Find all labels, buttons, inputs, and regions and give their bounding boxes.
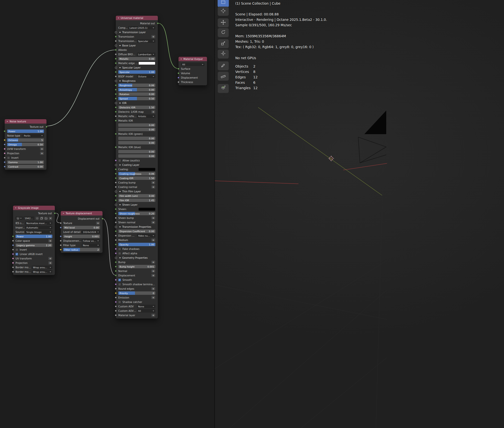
input-socket[interactable] <box>60 222 62 224</box>
checkbox[interactable] <box>118 252 121 255</box>
input-socket[interactable] <box>115 120 117 122</box>
input-socket[interactable] <box>4 139 6 141</box>
row-filter-type[interactable]: Filter typeNone <box>61 243 103 247</box>
color-swatch[interactable] <box>138 62 155 65</box>
dropdown[interactable]: All <box>137 309 156 313</box>
input-socket[interactable] <box>115 182 117 184</box>
row-dielectric-1-ior-map[interactable]: Dielectric 1/IOR map+ <box>116 110 158 114</box>
row-anisotropy[interactable]: Anisotropy0.00 <box>116 87 158 92</box>
value-slider[interactable]: Coating IOR1.50 <box>118 176 155 180</box>
checkbox[interactable]: ✓ <box>15 253 18 256</box>
add-node-button[interactable]: + <box>151 35 155 38</box>
input-socket[interactable] <box>115 235 117 237</box>
input-socket[interactable] <box>115 71 117 73</box>
row-smooth-shadow-terminator[interactable]: Smooth shadow terminator <box>116 282 158 286</box>
layer-enable-socket[interactable] <box>115 80 117 82</box>
value-slider[interactable]: Power1.00 <box>7 129 44 133</box>
row-round-edges[interactable]: Round edges+ <box>116 286 158 291</box>
image-type-selector[interactable] <box>15 216 23 220</box>
input-socket[interactable] <box>60 249 62 251</box>
input-socket[interactable] <box>115 274 117 276</box>
row-legacy-gamma[interactable]: Legacy gamma2.20 <box>13 243 55 247</box>
row-contrast[interactable]: Contrast0.00 <box>5 164 46 169</box>
unlink-image-button[interactable] <box>48 216 52 220</box>
fake-user-button[interactable] <box>35 216 39 220</box>
value-slider[interactable]: Specular1.00 <box>118 70 155 74</box>
row-bump-height[interactable]: Bump height0.001 <box>116 264 158 269</box>
input-socket[interactable] <box>115 310 117 312</box>
input-socket[interactable] <box>115 217 117 219</box>
vector-component-field[interactable]: 0.00 <box>118 150 155 153</box>
row-displacement[interactable]: Displacement+ <box>116 273 158 278</box>
node-header[interactable]: Noise texture <box>5 119 46 124</box>
input-socket[interactable] <box>115 115 117 117</box>
input-socket[interactable] <box>4 161 6 163</box>
value-slider[interactable]: Roughness0.06 <box>118 84 155 87</box>
checkbox[interactable] <box>118 248 121 250</box>
input-socket[interactable] <box>115 230 117 232</box>
shader-node-editor[interactable]: Universal materialMaterial outComp...Lat… <box>0 0 214 428</box>
collapse-node-icon[interactable] <box>118 18 119 19</box>
input-socket[interactable] <box>12 253 14 255</box>
value-slider[interactable]: Filter radius2 <box>63 248 100 251</box>
value-slider[interactable]: Rotation0.00 <box>118 92 155 96</box>
input-socket[interactable] <box>178 77 179 79</box>
row-linear-srgb-invert[interactable]: ✓Linear sRGB invert <box>13 252 55 256</box>
value-slider[interactable]: Power1.00 <box>15 235 52 238</box>
row-fake-shadows[interactable]: Fake shadows <box>116 247 158 251</box>
layer-enable-socket[interactable] <box>115 190 117 193</box>
output-socket[interactable] <box>157 22 159 24</box>
input-socket[interactable] <box>12 262 14 264</box>
row-mid-level[interactable]: Mid level0.00 <box>61 225 103 230</box>
input-socket[interactable] <box>178 68 179 70</box>
checkbox[interactable] <box>118 283 121 286</box>
input-socket[interactable] <box>4 130 6 132</box>
add-node-button[interactable]: + <box>151 314 155 317</box>
input-socket[interactable] <box>12 240 14 242</box>
input-socket[interactable] <box>4 157 6 159</box>
input-socket[interactable] <box>60 227 62 228</box>
layer-enable-socket[interactable] <box>115 102 117 104</box>
row-power[interactable]: Power1.00 <box>5 129 46 133</box>
add-node-button[interactable]: + <box>151 110 155 114</box>
add-node-button[interactable]: + <box>151 185 155 189</box>
dropdown[interactable]: Lambertian <box>137 53 156 56</box>
row-allow-caustics[interactable]: Allow caustics <box>116 158 158 163</box>
add-node-button[interactable]: + <box>40 152 44 155</box>
input-socket[interactable] <box>12 244 14 246</box>
value-slider[interactable]: Bump height0.001 <box>118 265 155 268</box>
collapse-node-icon[interactable] <box>180 59 182 60</box>
value-slider[interactable]: Legacy gamma2.20 <box>15 243 52 247</box>
input-socket[interactable] <box>115 49 117 51</box>
row-bsdf-model[interactable]: BSDF modelOctane <box>116 74 158 79</box>
row-metallic-reflec[interactable]: Metallic reflec...Artistic <box>116 114 158 118</box>
value-slider[interactable]: Metallic0.00 <box>118 57 155 60</box>
row-rotation[interactable]: Rotation0.00 <box>116 92 158 96</box>
value-slider[interactable]: Dispersion Coefficient0.00 <box>118 229 155 233</box>
input-socket[interactable] <box>115 159 117 161</box>
layer-enable-socket[interactable] <box>115 204 117 206</box>
vector-component-field[interactable]: 0.00 <box>118 137 155 140</box>
row-coating-bump[interactable]: Coating bump+ <box>116 180 158 185</box>
row-border-mode[interactable]: Border mode (...Wrap arou... <box>13 270 55 274</box>
row-uv-transform[interactable]: UV transform+ <box>13 256 55 261</box>
dropdown[interactable]: Specular <box>137 39 156 43</box>
dropdown[interactable]: Wrap arou... <box>32 270 52 273</box>
dropdown[interactable]: Abbe num... <box>137 234 156 237</box>
vector-component-field[interactable]: 0.00 <box>118 141 155 144</box>
input-socket[interactable] <box>115 266 117 268</box>
value-slider[interactable]: Film IOR1.45 <box>118 199 155 202</box>
input-socket[interactable] <box>115 243 117 245</box>
row-power[interactable]: Power1.00 <box>13 234 55 239</box>
add-node-button[interactable]: + <box>151 238 155 242</box>
row-uvw-transform[interactable]: UVW transform+ <box>5 147 46 151</box>
input-socket[interactable] <box>115 195 117 197</box>
row-smooth[interactable]: ✓Smooth <box>116 278 158 282</box>
input-socket[interactable] <box>12 257 14 259</box>
input-socket[interactable] <box>12 235 14 237</box>
value-slider[interactable]: Mid level0.00 <box>63 226 100 229</box>
input-socket[interactable] <box>115 239 117 241</box>
row-dielectric-ior[interactable]: Dielectric IOR1.50 <box>116 105 158 110</box>
input-socket[interactable] <box>115 252 117 254</box>
input-socket[interactable] <box>115 177 117 179</box>
